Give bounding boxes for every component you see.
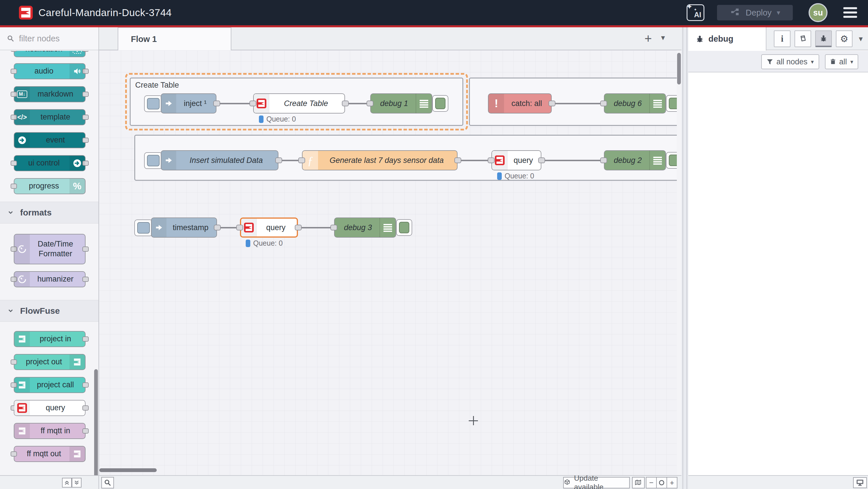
node-output-port[interactable] bbox=[342, 100, 349, 106]
flow-list-caret-icon[interactable]: ▾ bbox=[661, 33, 665, 42]
zoom-out-button[interactable]: − bbox=[646, 477, 657, 488]
palette-node-project-out[interactable]: project out bbox=[14, 354, 86, 370]
debug-sidebar-button[interactable] bbox=[815, 30, 832, 47]
node-output-port bbox=[82, 92, 89, 97]
info-sidebar-button[interactable]: i bbox=[774, 30, 790, 47]
palette-node-project-call[interactable]: project call bbox=[14, 377, 86, 393]
ff-icon bbox=[69, 447, 85, 461]
flow-tab-bar: Flow 1 + ▾ bbox=[99, 27, 681, 50]
node-output-port[interactable] bbox=[549, 100, 555, 106]
inject-trigger-button[interactable] bbox=[134, 220, 153, 236]
debug-toggle-button[interactable] bbox=[666, 152, 677, 169]
flow-node-timestamp[interactable]: timestamp bbox=[151, 218, 217, 238]
node-input-port[interactable] bbox=[298, 157, 305, 163]
palette-scrollbar[interactable] bbox=[94, 369, 98, 489]
palette-node-template[interactable]: </>template bbox=[14, 109, 86, 125]
flow-node-inject-1[interactable]: inject ¹ bbox=[161, 93, 216, 114]
bug-icon bbox=[820, 35, 827, 42]
chevron-down-icon: ▾ bbox=[850, 58, 853, 65]
wire[interactable] bbox=[457, 160, 493, 161]
flow-node-query-3[interactable]: query bbox=[240, 218, 298, 238]
palette-node-ff-mqtt-in[interactable]: ff mqtt in bbox=[14, 423, 86, 439]
palette-node-ui-control[interactable]: ui control bbox=[14, 155, 86, 171]
flow-node-debug-2[interactable]: debug 2 bbox=[604, 150, 666, 170]
tab-flow-1[interactable]: Flow 1 bbox=[118, 27, 231, 51]
palette-node-ff-mqtt-out[interactable]: ff mqtt out bbox=[14, 446, 86, 462]
palette-node-notification[interactable]: notification bbox=[14, 51, 86, 57]
node-input-port[interactable] bbox=[600, 100, 607, 106]
node-input-port[interactable] bbox=[600, 157, 607, 163]
instance-title: Careful-Mandarin-Duck-3744 bbox=[38, 7, 172, 19]
deploy-button[interactable]: Deploy ▾ bbox=[717, 5, 793, 20]
help-sidebar-button[interactable] bbox=[795, 30, 811, 47]
flow-node-catch-all[interactable]: !catch: all bbox=[488, 93, 552, 114]
canvas-search-button[interactable] bbox=[101, 477, 114, 488]
node-input-port[interactable] bbox=[488, 157, 495, 163]
palette-node-markdown[interactable]: M↓markdown bbox=[14, 86, 86, 102]
debug-toggle-button[interactable] bbox=[396, 219, 412, 236]
flow-node-create-table[interactable]: Create Table bbox=[253, 93, 345, 114]
wire[interactable] bbox=[217, 103, 254, 104]
main-menu-button[interactable] bbox=[843, 7, 857, 20]
flow-node-insert-simulated-data[interactable]: Insert simulated Data bbox=[161, 150, 278, 170]
flow-node-debug-1[interactable]: debug 1 bbox=[370, 93, 432, 114]
node-output-port[interactable] bbox=[213, 100, 220, 106]
open-console-button[interactable] bbox=[853, 477, 867, 488]
palette-node-progress[interactable]: %progress bbox=[14, 178, 86, 194]
zoom-in-button[interactable]: + bbox=[666, 477, 677, 488]
node-input-port[interactable] bbox=[236, 225, 243, 230]
canvas-vertical-scrollbar[interactable] bbox=[677, 53, 681, 84]
node-input-port[interactable] bbox=[367, 100, 373, 106]
deploy-options-caret-icon[interactable]: ▾ bbox=[777, 9, 780, 17]
expand-all-categories-button[interactable] bbox=[72, 478, 82, 488]
navigator-map-button[interactable] bbox=[632, 477, 645, 488]
tab-debug[interactable]: debug bbox=[688, 27, 766, 51]
debug-toggle-button[interactable] bbox=[432, 95, 448, 112]
node-output-port[interactable] bbox=[295, 225, 302, 230]
palette-node-query[interactable]: query bbox=[14, 400, 86, 416]
sidebar-tabs-caret-icon[interactable]: ▾ bbox=[859, 34, 863, 44]
palette-section-formats[interactable]: formats bbox=[0, 202, 98, 224]
palette-node-date-time-formatter[interactable]: Date/Time Formatter bbox=[14, 234, 86, 264]
inject-trigger-button[interactable] bbox=[144, 152, 162, 169]
palette-node-humanizer[interactable]: humanizer bbox=[14, 271, 86, 287]
node-input-port[interactable] bbox=[330, 225, 337, 230]
node-output-port[interactable] bbox=[214, 225, 221, 230]
sidebar-splitter[interactable] bbox=[681, 27, 688, 489]
debug-toggle-button[interactable] bbox=[666, 95, 677, 112]
palette-filter-input[interactable]: filter nodes bbox=[0, 27, 98, 50]
update-available-button[interactable]: Update available bbox=[563, 477, 630, 488]
ai-assistant-button[interactable]: ✦ ✦ AI bbox=[687, 4, 704, 21]
node-output-port bbox=[82, 405, 89, 410]
wire[interactable] bbox=[551, 103, 604, 104]
debug-filter-button[interactable]: all nodes ▾ bbox=[761, 54, 819, 69]
palette-node-project-in[interactable]: project in bbox=[14, 331, 86, 347]
sidebar-tab-bar: debug i ⚙ ▾ bbox=[688, 27, 868, 50]
palette-section-flowfuse[interactable]: FlowFuse bbox=[0, 300, 98, 322]
node-output-port[interactable] bbox=[454, 157, 461, 163]
node-input-port[interactable] bbox=[249, 100, 256, 106]
inject-trigger-button[interactable] bbox=[144, 95, 162, 112]
add-flow-button[interactable]: + bbox=[640, 30, 656, 47]
palette-node-event[interactable]: event bbox=[14, 132, 86, 148]
flow-node-generate-last-7-days[interactable]: ƒGenerate last 7 days sensor data bbox=[302, 150, 458, 170]
node-output-port[interactable] bbox=[275, 157, 282, 163]
flow-canvas[interactable]: Create Tableinject ¹Create TableQueue: 0… bbox=[99, 50, 677, 475]
flow-node-debug-6[interactable]: debug 6 bbox=[604, 93, 666, 114]
config-sidebar-button[interactable]: ⚙ bbox=[836, 30, 852, 47]
filter-funnel-icon bbox=[767, 59, 773, 65]
zoom-reset-button[interactable] bbox=[656, 477, 667, 488]
user-avatar[interactable]: su bbox=[809, 3, 828, 22]
header-accent-stripe bbox=[0, 25, 868, 27]
flowfuse-logo-icon[interactable] bbox=[19, 6, 33, 20]
collapse-all-categories-button[interactable] bbox=[62, 478, 72, 488]
canvas-horizontal-scrollbar[interactable] bbox=[99, 468, 157, 472]
monitor-icon bbox=[856, 479, 864, 486]
debug-clear-button[interactable]: all ▾ bbox=[825, 54, 858, 69]
palette-node-audio[interactable]: audio bbox=[14, 63, 86, 79]
flow-node-debug-3[interactable]: debug 3 bbox=[334, 218, 396, 238]
wire[interactable] bbox=[298, 227, 335, 228]
flow-node-query-2[interactable]: query bbox=[491, 150, 541, 170]
node-output-port[interactable] bbox=[538, 157, 545, 163]
wire[interactable] bbox=[541, 160, 604, 161]
